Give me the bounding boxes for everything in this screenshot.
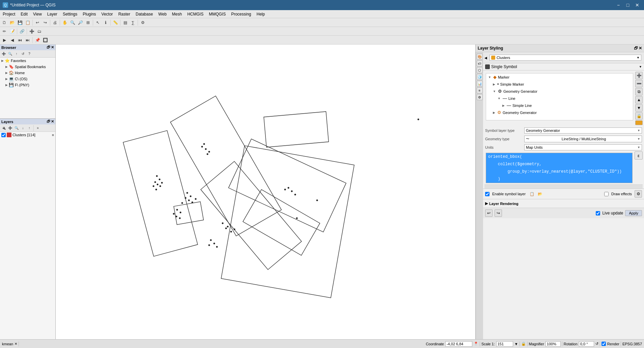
- zoom-out-btn[interactable]: 🔎: [77, 19, 84, 26]
- menu-item-database[interactable]: Database: [133, 10, 156, 18]
- undo-style-btn[interactable]: ↩: [485, 209, 493, 217]
- status-clear-btn[interactable]: ✕: [15, 342, 17, 346]
- menu-item-web[interactable]: Web: [156, 10, 169, 18]
- zoom-in-btn[interactable]: 🔍: [69, 19, 76, 26]
- layers-expand-btn[interactable]: ↓: [20, 125, 26, 131]
- browser-tree-item[interactable]: ▶🏠Home: [0, 70, 55, 76]
- menu-item-mmqgis[interactable]: MMQGIS: [206, 10, 228, 18]
- menu-item-raster[interactable]: Raster: [116, 10, 133, 18]
- render-checkbox[interactable]: [601, 342, 606, 346]
- toolbar3-btn2[interactable]: ◀: [8, 36, 16, 44]
- browser-add-btn[interactable]: ➕: [1, 51, 7, 57]
- digitize-btn[interactable]: ✏: [1, 28, 8, 35]
- layer-visibility-checkbox[interactable]: [1, 133, 6, 137]
- browser-help-btn[interactable]: ?: [26, 51, 32, 57]
- sym-lock-btn[interactable]: 🔒: [635, 112, 643, 120]
- sym-duplicate-btn[interactable]: ⧉: [635, 88, 643, 95]
- browser-tree-item[interactable]: ▶⭐Favorites: [0, 58, 55, 64]
- browser-float-btn[interactable]: 🗗: [47, 45, 50, 50]
- map-canvas[interactable]: [56, 45, 475, 339]
- style-diagram-tab[interactable]: 📊: [477, 81, 483, 87]
- menu-item-help[interactable]: Help: [254, 10, 268, 18]
- style-fields-tab[interactable]: ≡: [477, 87, 483, 93]
- minimize-button[interactable]: −: [614, 1, 622, 9]
- browser-tree-item[interactable]: ▶💾F\ (PNY): [0, 82, 55, 88]
- style-label-tab[interactable]: 🏷: [477, 60, 483, 66]
- units-select[interactable]: Map Units ▼: [524, 144, 642, 150]
- epsg-label[interactable]: EPSG:3857: [622, 342, 642, 346]
- code-editor[interactable]: oriented_bbox( collect($geometry, group_…: [486, 153, 633, 183]
- browser-filter-btn[interactable]: 🔍: [7, 51, 13, 57]
- processing-btn[interactable]: ⚙: [139, 19, 146, 26]
- stat-btn[interactable]: ∑: [129, 19, 137, 26]
- print-btn[interactable]: 🖨: [51, 19, 59, 26]
- menu-item-view[interactable]: View: [30, 10, 45, 18]
- menu-item-layer[interactable]: Layer: [45, 10, 60, 18]
- edit-btn[interactable]: 📝: [8, 28, 16, 35]
- styling-close-btn[interactable]: ✕: [639, 46, 642, 51]
- maximize-button[interactable]: □: [624, 1, 632, 9]
- sym-add-btn[interactable]: ➕: [635, 72, 643, 79]
- identify-btn[interactable]: ℹ: [102, 19, 109, 26]
- rotation-reset-btn[interactable]: ↺: [595, 342, 598, 346]
- load-from-style-btn[interactable]: 📂: [538, 192, 542, 196]
- layers-header-controls[interactable]: 🗗 ✕: [47, 119, 54, 124]
- browser-header-controls[interactable]: 🗗 ✕: [47, 45, 54, 50]
- layers-more-btn[interactable]: »: [35, 125, 41, 131]
- browser-tree-item[interactable]: ▶🔖Spatial Bookmarks: [0, 64, 55, 70]
- style-paintbrush-tab[interactable]: 🎨: [477, 54, 483, 60]
- save-to-style-btn[interactable]: 📋: [530, 192, 534, 196]
- live-update-checkbox[interactable]: [596, 211, 600, 215]
- menu-item-processing[interactable]: Processing: [228, 10, 254, 18]
- symbol-layer-type-select[interactable]: Geometry Generator ▼: [524, 127, 642, 134]
- add-layer-btn[interactable]: ➕: [28, 28, 35, 35]
- draw-effects-settings-btn[interactable]: ⚙: [635, 190, 642, 198]
- open-project-btn[interactable]: 📂: [8, 19, 16, 26]
- menu-item-plugins[interactable]: Plugins: [80, 10, 99, 18]
- browser-tree-item[interactable]: ▶💻C\ (OS): [0, 76, 55, 82]
- draw-effects-checkbox[interactable]: [604, 192, 609, 196]
- menu-item-hcmgis[interactable]: HCMGIS: [185, 10, 206, 18]
- layer-back-btn[interactable]: ◀: [484, 56, 487, 60]
- enable-symbol-checkbox[interactable]: [485, 192, 489, 196]
- styling-header-controls[interactable]: 🗗 ✕: [634, 46, 642, 51]
- style-rendering-tab[interactable]: ⚙: [477, 94, 483, 100]
- close-button[interactable]: ✕: [633, 1, 641, 9]
- rotation-input[interactable]: [579, 341, 594, 347]
- redo-style-btn[interactable]: ↪: [495, 209, 502, 217]
- toolbar3-btn1[interactable]: ▶: [1, 36, 8, 44]
- save-project-btn[interactable]: 💾: [16, 19, 24, 26]
- browser-collapse-btn[interactable]: ↑: [13, 51, 20, 57]
- sym-color-btn[interactable]: [635, 120, 643, 125]
- sym-down-btn[interactable]: ▼: [635, 104, 643, 112]
- sym-tree-item[interactable]: ▶⚙Geometry Generator: [486, 109, 633, 116]
- expression-button[interactable]: ε: [635, 151, 643, 160]
- sym-tree-item[interactable]: ▶—Simple Line: [486, 102, 633, 109]
- pan-map-btn[interactable]: ✋: [61, 19, 68, 26]
- browser-btn[interactable]: 🗂: [36, 28, 43, 35]
- layers-add-btn[interactable]: 🔌: [1, 125, 7, 131]
- sym-remove-btn[interactable]: ➖: [635, 80, 643, 87]
- style-3d-tab[interactable]: 🧊: [477, 74, 483, 80]
- save-as-btn[interactable]: 📋: [24, 19, 31, 26]
- browser-close-btn[interactable]: ✕: [51, 45, 54, 50]
- zoom-full-btn[interactable]: ⊞: [84, 19, 92, 26]
- styling-float-btn[interactable]: 🗗: [634, 46, 638, 51]
- geometry-type-select[interactable]: 〜 LineString / MultiLineString ▼: [524, 136, 642, 142]
- select-btn[interactable]: ↖: [94, 19, 102, 26]
- titlebar-controls[interactable]: − □ ✕: [614, 1, 641, 9]
- menu-item-mesh[interactable]: Mesh: [169, 10, 185, 18]
- menu-item-project[interactable]: Project: [0, 10, 18, 18]
- toolbar3-btn5[interactable]: 📌: [34, 36, 41, 44]
- sym-up-btn[interactable]: ▲: [635, 96, 643, 104]
- coordinate-input[interactable]: [445, 341, 472, 347]
- scale-dropdown-arrow[interactable]: ▼: [514, 342, 518, 346]
- layer-item[interactable]: Clusters [114]≡: [0, 132, 55, 138]
- layers-close-btn[interactable]: ✕: [51, 119, 54, 124]
- toolbar3-btn3[interactable]: ⏮: [16, 36, 24, 44]
- sym-tree-item[interactable]: ▼◆Marker: [486, 74, 633, 81]
- toolbar3-btn6[interactable]: 🔲: [41, 36, 49, 44]
- snap-btn[interactable]: 🔗: [18, 28, 26, 35]
- layer-options-btn[interactable]: ≡: [52, 133, 54, 137]
- layers-float-btn[interactable]: 🗗: [47, 119, 50, 124]
